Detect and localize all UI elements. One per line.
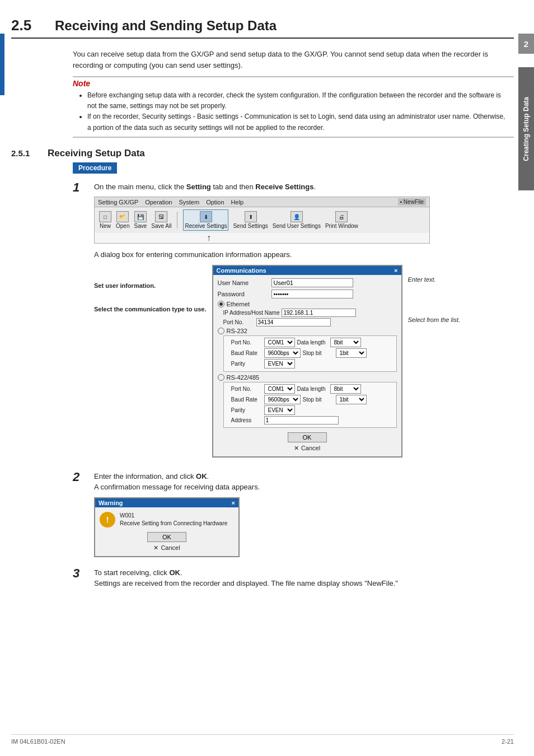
comm-dialog-title: Communications × xyxy=(213,266,401,275)
rs422-radio-btn[interactable] xyxy=(218,374,224,381)
tb-saveall[interactable]: 🖫 Save All xyxy=(151,211,171,229)
rs232-parity-row: Parity EVEN xyxy=(231,359,395,368)
tb-send[interactable]: ⬆ Send Settings xyxy=(233,211,268,229)
sidebar-label: Creating Setup Data xyxy=(522,97,530,161)
step-3: 3 To start receiving, click OK. Settings… xyxy=(73,567,514,594)
step-2-number: 2 xyxy=(73,470,94,484)
newfile-label: ▪ NewFile xyxy=(398,198,426,206)
warning-buttons: OK ✕ Cancel xyxy=(100,532,234,552)
warning-ok-button[interactable]: OK xyxy=(147,532,186,542)
menu-help[interactable]: Help xyxy=(231,199,244,206)
rs232-section: Port No. COM1 Data length 8bit Baud Rate… xyxy=(223,335,397,372)
step-2-content: Enter the information, and click OK. A c… xyxy=(94,471,514,557)
enter-text-annotation: Enter text. xyxy=(408,276,461,283)
rs422-data-select[interactable]: 8bit xyxy=(330,384,361,394)
comm-dialog-title-text: Communications xyxy=(217,267,266,274)
rs232-radio-btn[interactable] xyxy=(218,328,224,334)
rs422-address-input[interactable] xyxy=(264,416,339,424)
rs422-parity-row: Parity EVEN xyxy=(231,405,395,415)
rs232-parity-select[interactable]: EVEN xyxy=(264,359,295,368)
step-1-subtext: A dialog box for entering communication … xyxy=(94,249,514,260)
warning-cancel-button[interactable]: ✕ Cancel xyxy=(153,544,180,552)
rs232-data-select[interactable]: 8bit xyxy=(330,338,361,347)
step-1-content: On the main menu, click the Setting tab … xyxy=(94,181,514,461)
comm-rs232-radio: RS-232 xyxy=(218,328,397,334)
senduser-icon: 👤 xyxy=(291,211,303,222)
warning-dialog: Warning × ! W001 Receive Setting from Co… xyxy=(94,497,240,557)
comm-ip-row: IP Address/Host Name xyxy=(223,309,397,317)
sidebar-tab: Creating Setup Data xyxy=(518,67,534,190)
rs232-stop-select[interactable]: 1bit xyxy=(336,348,367,358)
rs232-port-select[interactable]: COM1 xyxy=(264,338,295,347)
warning-cancel-x-icon: ✕ xyxy=(153,544,158,552)
rs422-stop-select[interactable]: 1bit xyxy=(336,395,367,404)
tb-separator-1 xyxy=(177,212,177,228)
page-footer: IM 04L61B01-02EN 2-21 xyxy=(11,734,514,745)
label-select-comm: Select the communication type to use. xyxy=(94,305,207,313)
port-label: Port No. xyxy=(223,319,254,325)
rs422-parity-select[interactable]: EVEN xyxy=(264,405,295,415)
comm-btn-row: OK ✕ Cancel xyxy=(218,432,397,452)
username-input[interactable] xyxy=(271,278,353,287)
warning-body: ! W001 Receive Setting from Connecting H… xyxy=(100,512,234,528)
warning-message: Receive Setting from Connecting Hardware xyxy=(120,520,227,528)
step-1: 1 On the main menu, click the Setting ta… xyxy=(73,181,514,461)
ethernet-label: Ethernet xyxy=(227,301,250,307)
footer-right: 2-21 xyxy=(502,738,514,745)
comm-port-row: Port No. xyxy=(223,318,397,326)
step-1-number: 1 xyxy=(73,180,94,195)
app-name: Setting GX/GP xyxy=(98,199,138,206)
rs232-label: RS-232 xyxy=(227,328,247,334)
tb-senduser[interactable]: 👤 Send User Settings xyxy=(273,211,321,229)
save-icon: 💾 xyxy=(134,211,147,222)
comm-dialog-area: Set user information. Select the communi… xyxy=(94,265,514,458)
rs232-baud-select[interactable]: 9600bps xyxy=(264,348,301,358)
comm-rs422-radio: RS-422/485 xyxy=(218,374,397,381)
right-annotations: Enter text. Select from the list. xyxy=(408,265,461,323)
rs422-baud-select[interactable]: 9600bps xyxy=(264,395,301,404)
cancel-x-icon: ✕ xyxy=(294,445,299,452)
menu-option[interactable]: Option xyxy=(206,199,224,206)
note-box: Note Before exchanging setup data with a… xyxy=(73,76,514,138)
rs232-port-row: Port No. COM1 Data length 8bit xyxy=(231,338,395,347)
ip-label: IP Address/Host Name xyxy=(223,310,280,316)
port-input[interactable] xyxy=(256,318,331,326)
comm-cancel-button[interactable]: ✕ Cancel xyxy=(294,445,320,452)
warning-text: W001 Receive Setting from Connecting Har… xyxy=(120,512,227,528)
step-3-content: To start receiving, click OK. Settings a… xyxy=(94,567,514,594)
comm-dialog-close[interactable]: × xyxy=(394,267,397,274)
tb-save[interactable]: 💾 Save xyxy=(134,211,147,229)
saveall-icon: 🖫 xyxy=(155,211,167,222)
tb-receive[interactable]: ⬇ Receive Settings xyxy=(183,209,228,231)
tb-new[interactable]: □ New xyxy=(99,211,111,229)
comm-username-row: User Name xyxy=(218,278,397,287)
left-accent-bar xyxy=(0,34,4,95)
rs422-baud-row: Baud Rate 9600bps Stop bit 1bit xyxy=(231,395,395,404)
comm-ok-button[interactable]: OK xyxy=(288,432,327,442)
password-input[interactable] xyxy=(271,290,353,298)
new-icon: □ xyxy=(99,211,111,222)
comm-dialog: Communications × User Name Password xyxy=(212,265,402,458)
menu-system[interactable]: System xyxy=(179,199,199,206)
note-title: Note xyxy=(73,77,514,88)
tb-open[interactable]: 📂 Open xyxy=(116,211,129,229)
ip-input[interactable] xyxy=(282,309,356,317)
rs422-port-select[interactable]: COM1 xyxy=(264,384,295,394)
receive-icon: ⬇ xyxy=(200,211,212,222)
tb-print[interactable]: 🖨 Print Window xyxy=(325,211,358,229)
warning-title-text: Warning xyxy=(99,500,123,506)
menu-operation[interactable]: Operation xyxy=(145,199,172,206)
step-1-text: On the main menu, click the Setting tab … xyxy=(94,181,514,193)
section-title: Receiving and Sending Setup Data xyxy=(55,18,277,34)
warning-close-icon[interactable]: × xyxy=(232,500,235,506)
sidebar-number: 2 xyxy=(518,34,534,54)
footer-left: IM 04L61B01-02EN xyxy=(11,738,65,745)
password-label: Password xyxy=(218,291,268,297)
rs422-port-row: Port No. COM1 Data length 8bit xyxy=(231,384,395,394)
note-content: Before exchanging setup data with a reco… xyxy=(73,88,514,137)
comm-password-row: Password xyxy=(218,290,397,298)
ethernet-radio-btn[interactable] xyxy=(218,301,224,307)
step-3-text: To start receiving, click OK. Settings a… xyxy=(94,567,514,589)
dialog-labels: Set user information. Select the communi… xyxy=(94,265,207,314)
warning-code: W001 xyxy=(120,512,227,520)
